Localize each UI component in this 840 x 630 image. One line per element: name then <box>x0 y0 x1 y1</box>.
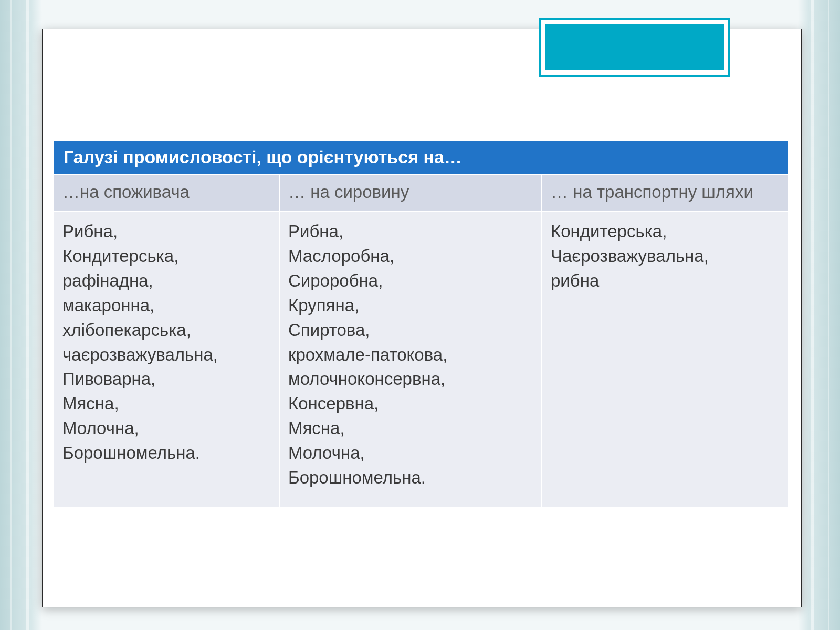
text-line: Спиртова, <box>288 318 533 343</box>
text-line: хлібопекарська, <box>62 318 270 343</box>
text-line: Маслоробна, <box>288 244 533 269</box>
text-line: чаєрозважувальна, <box>62 343 270 368</box>
text-line: рибна <box>551 269 780 293</box>
cell-raw-material-lines: Рибна,Маслоробна,Сироробна,Крупяна,Спирт… <box>288 219 533 490</box>
decoration-box-inner <box>545 24 724 70</box>
text-line: макаронна, <box>62 293 270 318</box>
decoration-box-outer <box>539 18 730 77</box>
cell-consumer: Рибна,Кондитерська,рафінадна,макаронна,х… <box>54 212 279 507</box>
column-header-raw-material: … на сировину <box>279 174 542 212</box>
table-title: Галузі промисловості, що орієнтуються на… <box>54 140 789 174</box>
text-line: Консервна, <box>288 392 533 416</box>
cell-raw-material: Рибна,Маслоробна,Сироробна,Крупяна,Спирт… <box>279 212 542 507</box>
text-line: Кондитерська, <box>551 219 780 244</box>
text-line: Молочна, <box>288 441 533 466</box>
text-line: рафінадна, <box>62 269 270 293</box>
text-line: Мясна, <box>288 416 533 441</box>
column-header-transport: … на транспортну шляхи <box>542 174 789 212</box>
cell-transport: Кондитерська,Чаєрозважувальна,рибна <box>542 212 789 507</box>
text-line: Молочна, <box>62 416 270 441</box>
cell-transport-lines: Кондитерська,Чаєрозважувальна,рибна <box>551 219 780 293</box>
text-line: Борошномельна. <box>288 466 533 490</box>
text-line: Сироробна, <box>288 269 533 293</box>
text-line: молочноконсервна, <box>288 367 533 392</box>
text-line: крохмале-патокова, <box>288 343 533 368</box>
slide-card: Галузі промисловості, що орієнтуються на… <box>42 29 802 607</box>
text-line: Рибна, <box>62 219 270 244</box>
industries-table: Галузі промисловості, що орієнтуються на… <box>53 140 789 508</box>
column-header-consumer: …на споживача <box>54 174 279 212</box>
text-line: Мясна, <box>62 392 270 416</box>
text-line: Кондитерська, <box>62 244 270 269</box>
text-line: Чаєрозважувальна, <box>551 244 780 269</box>
text-line: Борошномельна. <box>62 441 270 466</box>
cell-consumer-lines: Рибна,Кондитерська,рафінадна,макаронна,х… <box>62 219 270 466</box>
text-line: Рибна, <box>288 219 533 244</box>
text-line: Крупяна, <box>288 293 533 318</box>
text-line: Пивоварна, <box>62 367 270 392</box>
